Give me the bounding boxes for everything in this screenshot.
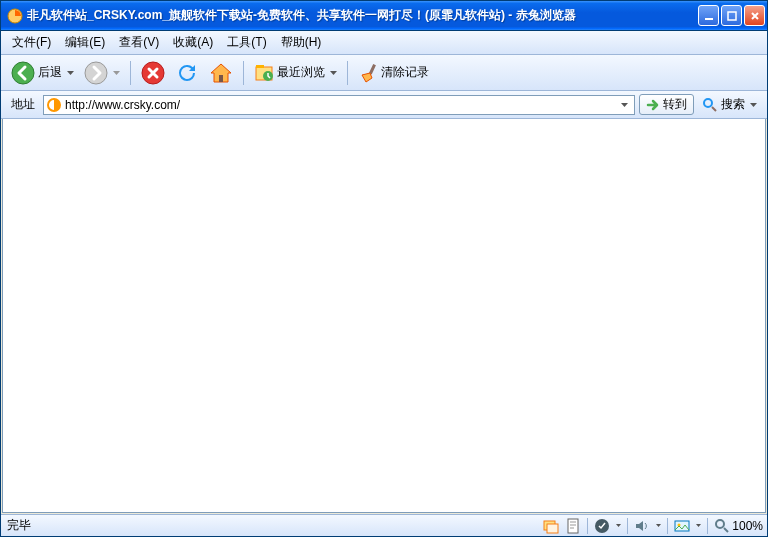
chevron-down-icon — [113, 71, 120, 75]
menu-file[interactable]: 文件(F) — [5, 31, 58, 54]
address-input-wrap[interactable] — [43, 95, 635, 115]
images-icon[interactable] — [674, 518, 690, 534]
refresh-icon — [175, 61, 199, 85]
close-button[interactable] — [744, 5, 765, 26]
status-text: 完毕 — [5, 517, 543, 534]
svg-rect-2 — [728, 12, 736, 20]
forward-icon — [84, 61, 108, 85]
menu-help[interactable]: 帮助(H) — [274, 31, 329, 54]
menu-edit[interactable]: 编辑(E) — [58, 31, 112, 54]
separator — [130, 61, 131, 85]
svg-point-19 — [716, 520, 724, 528]
chevron-down-icon[interactable] — [616, 524, 621, 527]
chevron-down-icon[interactable] — [656, 524, 661, 527]
svg-point-4 — [85, 62, 107, 84]
back-label: 后退 — [38, 64, 62, 81]
separator — [627, 518, 628, 534]
window-title: 非凡软件站_CRSKY.com_旗舰软件下载站-免费软件、共享软件一网打尽！(原… — [27, 7, 698, 24]
separator — [707, 518, 708, 534]
page-info-icon[interactable] — [565, 518, 581, 534]
toolbar: 后退 最近浏览 清除记录 — [1, 55, 767, 91]
address-input[interactable] — [65, 97, 616, 113]
search-button[interactable]: 搜索 — [698, 95, 761, 114]
maximize-button[interactable] — [721, 5, 742, 26]
search-label: 搜索 — [721, 96, 745, 113]
minimize-button[interactable] — [698, 5, 719, 26]
go-label: 转到 — [663, 96, 687, 113]
svg-rect-8 — [256, 65, 264, 68]
home-button[interactable] — [205, 59, 237, 87]
menu-favorites[interactable]: 收藏(A) — [166, 31, 220, 54]
address-bar: 地址 转到 搜索 — [1, 91, 767, 119]
clear-label: 清除记录 — [381, 64, 429, 81]
stop-icon — [141, 61, 165, 85]
status-bar: 完毕 100% — [1, 514, 767, 536]
go-arrow-icon — [646, 98, 660, 112]
go-button[interactable]: 转到 — [639, 94, 694, 115]
zoom-control[interactable]: 100% — [714, 518, 763, 534]
search-icon — [702, 97, 718, 113]
app-icon — [7, 8, 23, 24]
broom-icon — [358, 63, 378, 83]
address-dropdown[interactable] — [616, 96, 632, 114]
chevron-down-icon — [330, 71, 337, 75]
chevron-down-icon — [67, 71, 74, 75]
script-icon[interactable] — [594, 518, 610, 534]
svg-rect-14 — [547, 524, 558, 533]
menu-tools[interactable]: 工具(T) — [220, 31, 273, 54]
home-icon — [209, 61, 233, 85]
page-content — [2, 119, 766, 513]
stop-button[interactable] — [137, 59, 169, 87]
forward-button[interactable] — [80, 59, 124, 87]
zoom-level: 100% — [732, 519, 763, 533]
menu-view[interactable]: 查看(V) — [112, 31, 166, 54]
separator — [587, 518, 588, 534]
clear-history-button[interactable]: 清除记录 — [354, 61, 433, 85]
address-label: 地址 — [7, 96, 39, 113]
popup-blocker-icon[interactable] — [543, 518, 559, 534]
history-icon — [254, 63, 274, 83]
svg-rect-1 — [705, 18, 713, 20]
svg-rect-6 — [219, 75, 223, 82]
separator — [347, 61, 348, 85]
svg-rect-15 — [568, 519, 578, 533]
svg-point-3 — [12, 62, 34, 84]
recent-button[interactable]: 最近浏览 — [250, 61, 341, 85]
site-favicon — [46, 97, 62, 113]
refresh-button[interactable] — [171, 59, 203, 87]
recent-label: 最近浏览 — [277, 64, 325, 81]
svg-point-12 — [704, 99, 712, 107]
chevron-down-icon[interactable] — [696, 524, 701, 527]
zoom-icon — [714, 518, 730, 534]
chevron-down-icon — [750, 103, 757, 107]
title-bar: 非凡软件站_CRSKY.com_旗舰软件下载站-免费软件、共享软件一网打尽！(原… — [1, 1, 767, 31]
menu-bar: 文件(F) 编辑(E) 查看(V) 收藏(A) 工具(T) 帮助(H) — [1, 31, 767, 55]
back-button[interactable]: 后退 — [7, 59, 78, 87]
separator — [243, 61, 244, 85]
separator — [667, 518, 668, 534]
back-icon — [11, 61, 35, 85]
sound-icon[interactable] — [634, 518, 650, 534]
